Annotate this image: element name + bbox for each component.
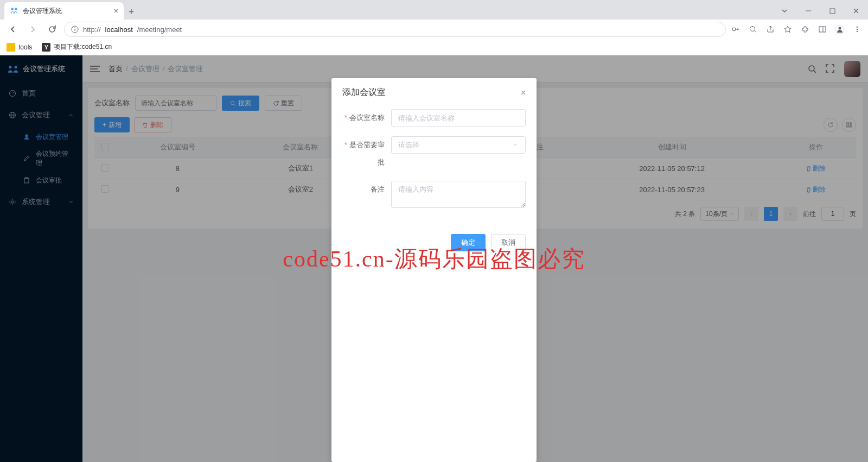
url-host: localhost xyxy=(105,26,133,34)
bookmark-label: 项目下载:code51.cn xyxy=(54,42,112,52)
bookmark-tools[interactable]: tools xyxy=(7,43,32,52)
close-icon[interactable]: × xyxy=(521,88,526,98)
key-icon[interactable] xyxy=(730,24,741,35)
extensions-icon[interactable] xyxy=(800,24,810,35)
new-tab-button[interactable]: + xyxy=(124,4,139,20)
bookmark-bar: tools Y项目下载:code51.cn xyxy=(0,39,868,55)
svg-point-7 xyxy=(732,28,736,31)
tab-title: 会议管理系统 xyxy=(23,7,62,16)
cancel-button[interactable]: 取消 xyxy=(491,234,526,251)
profile-icon[interactable] xyxy=(834,24,845,35)
svg-rect-3 xyxy=(830,9,835,14)
form-row-remark: 备注 xyxy=(342,181,526,208)
app-root: 会议管理系统 首页 会议管理 会议室管理 会议预约管理 会议审批 系统 xyxy=(0,55,868,462)
window-controls xyxy=(773,2,868,20)
window-close-icon[interactable] xyxy=(844,2,868,20)
bookmark-code51[interactable]: Y项目下载:code51.cn xyxy=(42,42,112,52)
tab-strip: 会议管理系统 × + xyxy=(0,0,868,20)
dialog-title: 添加会议室 xyxy=(342,87,386,98)
bookmark-label: tools xyxy=(18,43,32,51)
add-room-dialog: 添加会议室 × 会议室名称 是否需要审批 请选择 备注 xyxy=(331,78,537,462)
window-minimize-icon[interactable] xyxy=(796,2,820,20)
bookmark-favicon-icon: Y xyxy=(42,43,50,52)
star-icon[interactable] xyxy=(782,24,793,35)
info-icon xyxy=(71,26,79,33)
browser-chrome: 会议管理系统 × + http://localhost/meeting/meet xyxy=(0,0,868,55)
dialog-footer: 确定 取消 xyxy=(331,229,537,262)
chevron-down-icon xyxy=(512,142,519,148)
url-field[interactable]: http://localhost/meeting/meet xyxy=(64,22,726,37)
remark-textarea[interactable] xyxy=(391,181,526,208)
form-row-name: 会议室名称 xyxy=(342,109,526,126)
select-placeholder: 请选择 xyxy=(398,140,419,150)
svg-line-9 xyxy=(755,31,757,33)
dialog-body: 会议室名称 是否需要审批 请选择 备注 xyxy=(331,104,537,229)
share-icon[interactable] xyxy=(765,24,776,35)
reload-button[interactable] xyxy=(44,22,60,37)
confirm-button[interactable]: 确定 xyxy=(451,234,486,251)
name-label: 会议室名称 xyxy=(342,109,391,126)
zoom-icon[interactable] xyxy=(748,24,758,35)
tab-favicon-icon xyxy=(10,7,18,15)
svg-point-8 xyxy=(750,27,755,31)
svg-point-14 xyxy=(857,27,858,28)
modal-mask[interactable]: 添加会议室 × 会议室名称 是否需要审批 请选择 备注 xyxy=(0,55,868,462)
back-button[interactable] xyxy=(5,22,21,37)
svg-point-0 xyxy=(11,8,14,10)
approval-select[interactable]: 请选择 xyxy=(391,136,526,154)
folder-icon xyxy=(7,43,15,52)
svg-rect-10 xyxy=(819,27,826,32)
menu-icon[interactable] xyxy=(852,24,863,35)
window-dropdown-icon[interactable] xyxy=(773,2,796,20)
url-path: /meeting/meet xyxy=(137,26,182,34)
remark-label: 备注 xyxy=(342,181,391,198)
svg-point-1 xyxy=(15,8,17,10)
forward-button[interactable] xyxy=(25,22,40,37)
address-bar: http://localhost/meeting/meet xyxy=(0,20,868,39)
url-scheme: http:// xyxy=(83,26,101,34)
browser-tab[interactable]: 会议管理系统 × xyxy=(4,2,124,20)
svg-point-15 xyxy=(857,29,858,30)
window-maximize-icon[interactable] xyxy=(820,2,844,20)
svg-point-16 xyxy=(857,31,858,32)
dialog-header: 添加会议室 × xyxy=(331,78,537,104)
side-panel-icon[interactable] xyxy=(817,24,828,35)
form-row-approval: 是否需要审批 请选择 xyxy=(342,136,526,171)
svg-point-13 xyxy=(839,27,841,30)
svg-point-6 xyxy=(74,27,75,28)
tab-close-icon[interactable]: × xyxy=(114,7,118,15)
approval-label: 是否需要审批 xyxy=(342,136,391,171)
room-name-input[interactable] xyxy=(391,109,526,126)
